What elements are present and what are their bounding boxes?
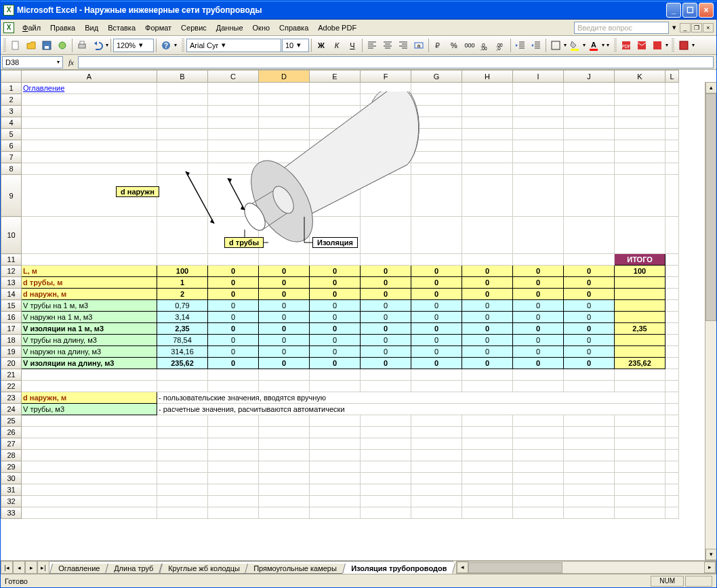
cell[interactable] (208, 450, 259, 461)
cell[interactable] (361, 217, 411, 254)
menu-window[interactable]: Окно (249, 22, 274, 33)
row-header[interactable]: 11 (1, 254, 22, 266)
cell[interactable] (310, 129, 361, 140)
cell[interactable]: 235,62 (157, 358, 208, 369)
cell[interactable] (665, 140, 679, 152)
cell[interactable]: 0 (259, 289, 310, 300)
cell[interactable]: 0 (361, 300, 411, 312)
cell[interactable]: 78,54 (157, 335, 208, 346)
row-header[interactable]: 14 (1, 289, 22, 300)
undo-button[interactable] (90, 38, 105, 53)
cell[interactable] (208, 129, 259, 140)
cell[interactable] (411, 163, 462, 175)
cell[interactable] (157, 381, 208, 392)
cell[interactable] (157, 106, 208, 117)
cell[interactable] (615, 289, 665, 300)
cell[interactable] (208, 163, 259, 175)
cell[interactable] (208, 152, 259, 163)
cell[interactable] (208, 140, 259, 152)
cell[interactable] (665, 94, 679, 106)
cell[interactable] (513, 369, 564, 381)
cell[interactable] (310, 473, 361, 484)
cell[interactable] (310, 369, 361, 381)
cell[interactable] (513, 106, 564, 117)
row-header[interactable]: 18 (1, 335, 22, 346)
scroll-down-button[interactable]: ▾ (705, 549, 716, 560)
cell[interactable] (513, 461, 564, 473)
cell[interactable] (665, 83, 679, 94)
cell[interactable] (157, 217, 208, 254)
cell[interactable] (462, 117, 513, 129)
cell[interactable] (22, 106, 157, 117)
cell[interactable] (564, 438, 615, 450)
cell[interactable] (411, 473, 462, 484)
cell[interactable] (310, 254, 361, 266)
cell[interactable] (259, 473, 310, 484)
cell[interactable]: 0 (208, 266, 259, 277)
font-dropdown-icon[interactable]: ▾ (220, 41, 228, 49)
cell[interactable] (310, 415, 361, 427)
sheet-tab-1[interactable]: Оглавление (49, 564, 108, 574)
cell[interactable] (513, 163, 564, 175)
menu-view[interactable]: Вид (81, 22, 102, 33)
cell[interactable] (22, 117, 157, 129)
cell[interactable] (665, 381, 679, 392)
cell[interactable]: 1 (157, 277, 208, 289)
cell[interactable]: 0 (513, 277, 564, 289)
cell[interactable]: 0 (564, 358, 615, 369)
row-header[interactable]: 1 (1, 83, 22, 94)
cell[interactable]: 0 (259, 335, 310, 346)
cell[interactable] (259, 106, 310, 117)
scroll-up-button[interactable]: ▴ (705, 82, 716, 93)
cell[interactable]: Оглавление (22, 83, 157, 94)
cell[interactable] (564, 450, 615, 461)
cell[interactable] (361, 438, 411, 450)
cell[interactable] (310, 438, 361, 450)
cell[interactable] (310, 461, 361, 473)
cell[interactable] (208, 369, 259, 381)
scroll-left-button[interactable]: ◂ (457, 562, 468, 573)
cell[interactable]: 0 (462, 312, 513, 323)
cell[interactable]: 0 (411, 346, 462, 358)
cell[interactable]: 2,35 (157, 323, 208, 335)
cell[interactable] (208, 427, 259, 438)
cell[interactable] (462, 484, 513, 496)
cell[interactable] (157, 369, 208, 381)
cell[interactable] (615, 106, 665, 117)
cell[interactable] (361, 254, 411, 266)
open-button[interactable] (24, 38, 39, 53)
align-right-button[interactable] (396, 38, 411, 53)
cell[interactable] (259, 117, 310, 129)
doc-restore-button[interactable]: ❐ (691, 23, 702, 33)
cell[interactable] (513, 484, 564, 496)
increase-decimal-button[interactable]: ,0,00 (478, 38, 493, 53)
cell[interactable] (564, 117, 615, 129)
cell[interactable] (513, 496, 564, 507)
cell[interactable] (411, 217, 462, 254)
cell[interactable] (361, 129, 411, 140)
cell[interactable] (615, 175, 665, 217)
cell[interactable] (462, 217, 513, 254)
cell[interactable] (564, 175, 615, 217)
cell[interactable] (411, 175, 462, 217)
cell[interactable]: 235,62 (615, 358, 665, 369)
cell[interactable] (513, 438, 564, 450)
cell[interactable] (157, 427, 208, 438)
cell[interactable]: 0 (513, 266, 564, 277)
tab-next-button[interactable]: ▸ (25, 561, 37, 574)
cell[interactable] (22, 427, 157, 438)
cell[interactable]: 0 (513, 312, 564, 323)
row-header[interactable]: 31 (1, 484, 22, 496)
cell[interactable] (462, 496, 513, 507)
row-header[interactable]: 9 (1, 175, 22, 217)
row-header[interactable]: 30 (1, 473, 22, 484)
align-center-button[interactable] (380, 38, 395, 53)
cell[interactable]: 0 (513, 323, 564, 335)
cell[interactable] (310, 496, 361, 507)
cell[interactable] (22, 496, 157, 507)
cell[interactable] (462, 415, 513, 427)
cell[interactable] (564, 369, 615, 381)
col-J[interactable]: J (564, 70, 615, 83)
cell[interactable] (22, 484, 157, 496)
help-button[interactable]: ? (159, 38, 173, 53)
